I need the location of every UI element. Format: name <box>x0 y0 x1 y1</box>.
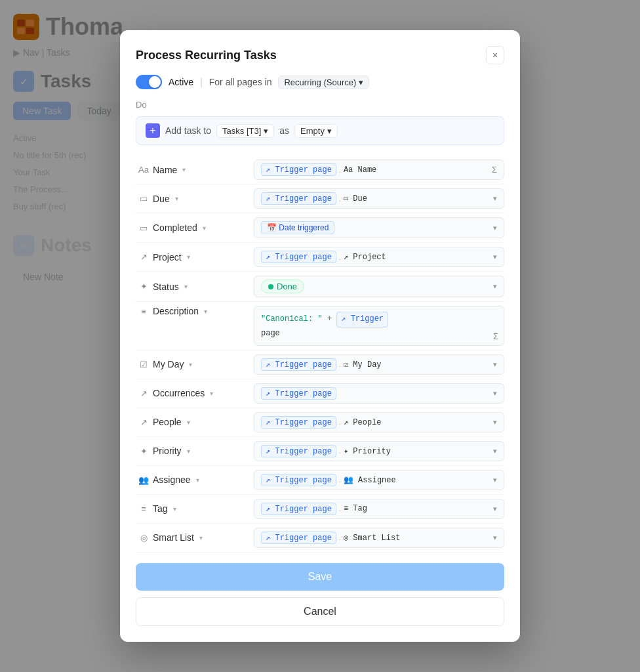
name-chevron-icon: ▾ <box>182 166 186 173</box>
source-selector[interactable]: Recurring (Source) ▾ <box>278 75 369 89</box>
field-label-people: ↗ People ▾ <box>136 417 254 427</box>
dot-sep: . <box>339 166 341 174</box>
tag-dot-sep: . <box>339 505 341 513</box>
tag-field-value[interactable]: ↗ Trigger page . ≡ Tag ▾ <box>254 499 504 519</box>
tag-chevron-icon: ▾ <box>173 505 176 513</box>
project-dot-sep: . <box>339 253 341 261</box>
add-task-row: + Add task to Tasks [T3] ▾ as Empty ▾ <box>136 116 504 145</box>
myday-field-value[interactable]: ↗ Trigger page . ☑ My Day ▾ <box>254 354 504 375</box>
field-label-assignee: 👥 Assignee ▾ <box>136 474 254 485</box>
occurrences-value-content: ↗ Trigger page <box>261 387 489 400</box>
field-label-completed: ▭ Completed ▾ <box>136 222 254 233</box>
assignee-caret-icon: ▾ <box>493 476 497 484</box>
people-field-value[interactable]: ↗ Trigger page . ↗ People ▾ <box>254 412 504 432</box>
close-button[interactable]: × <box>486 46 504 64</box>
assignee-chevron-icon: ▾ <box>196 476 199 484</box>
people-caret-icon: ▾ <box>493 418 497 427</box>
field-row-due: ▭ Due ▾ ↗ Trigger page . ▭ Due ▾ <box>136 184 504 213</box>
description-field-value[interactable]: "Canonical: " + ↗ Trigger page Σ <box>254 306 504 345</box>
field-row-tag: ≡ Tag ▾ ↗ Trigger page . ≡ Tag ▾ <box>136 495 504 524</box>
myday-caret-icon: ▾ <box>493 360 497 369</box>
name-trigger-chip: ↗ Trigger page <box>261 163 336 176</box>
field-row-status: ✦ Status ▾ Done ▾ <box>136 272 504 302</box>
desc-sigma-icon: Σ <box>493 331 498 341</box>
priority-dot-sep: . <box>339 447 341 455</box>
status-caret-icon: ▾ <box>493 282 497 291</box>
field-label-myday: ☑ My Day ▾ <box>136 359 254 369</box>
description-content: "Canonical: " + ↗ Trigger page <box>261 312 497 339</box>
project-field-value[interactable]: ↗ Trigger page . ↗ Project ▾ <box>254 247 504 267</box>
tag-field-label: Tag <box>153 503 168 514</box>
source-label: Recurring (Source) <box>284 77 356 87</box>
due-field-value[interactable]: ↗ Trigger page . ▭ Due ▾ <box>254 188 504 209</box>
as-label: as <box>279 125 289 136</box>
description-chevron-icon: ▾ <box>204 308 207 315</box>
myday-dot-sep: . <box>339 360 341 368</box>
status-value-content: Done <box>261 280 489 293</box>
field-row-description: ≡ Description ▾ "Canonical: " + ↗ Trigge… <box>136 302 504 350</box>
completed-field-value[interactable]: 📅 Date triggered ▾ <box>254 217 504 238</box>
field-label-tag: ≡ Tag ▾ <box>136 503 254 514</box>
empty-selector[interactable]: Empty ▾ <box>294 124 338 138</box>
priority-field-icon: ✦ <box>138 446 149 456</box>
assignee-field-value[interactable]: ↗ Trigger page . 👥 Assignee ▾ <box>254 470 504 490</box>
field-row-name: Aa Name ▾ ↗ Trigger page . Aa Name Σ <box>136 156 504 184</box>
field-label-priority: ✦ Priority ▾ <box>136 446 254 456</box>
field-label-project: ↗ Project ▾ <box>136 252 254 262</box>
project-caret-icon: ▾ <box>493 253 497 261</box>
tag-caret-icon: ▾ <box>493 505 497 513</box>
priority-value-content: ↗ Trigger page . ✦ Priority <box>261 445 489 457</box>
date-triggered-chip: 📅 Date triggered <box>261 221 334 234</box>
db-chevron-icon: ▾ <box>264 126 268 136</box>
occurrences-field-icon: ↗ <box>138 388 149 398</box>
smartlist-value-content: ↗ Trigger page . ◎ Smart List <box>261 532 489 544</box>
occurrences-chevron-icon: ▾ <box>210 390 213 397</box>
smartlist-field-value[interactable]: ↗ Trigger page . ◎ Smart List ▾ <box>254 528 504 548</box>
assignee-field-icon: 👥 <box>138 475 149 485</box>
desc-page-text: page <box>261 329 280 338</box>
status-field-value[interactable]: Done ▾ <box>254 276 504 297</box>
active-label: Active <box>169 77 193 87</box>
due-field-icon: ▭ <box>138 194 149 203</box>
field-row-myday: ☑ My Day ▾ ↗ Trigger page . ☑ My Day ▾ <box>136 350 504 379</box>
for-all-label: For all pages in <box>209 77 272 87</box>
smartlist-field-icon: ◎ <box>138 533 149 543</box>
people-field-icon: ↗ <box>138 417 149 427</box>
completed-value-content: 📅 Date triggered <box>261 221 489 234</box>
modal-subtitle: Active | For all pages in Recurring (Sou… <box>136 75 504 89</box>
field-row-occurrences: ↗ Occurrences ▾ ↗ Trigger page ▾ <box>136 379 504 408</box>
empty-chevron-icon: ▾ <box>327 126 332 136</box>
due-trigger-chip: ↗ Trigger page <box>261 192 336 205</box>
field-row-assignee: 👥 Assignee ▾ ↗ Trigger page . 👥 Assignee… <box>136 466 504 495</box>
completed-caret-icon: ▾ <box>493 224 497 232</box>
occurrences-trigger-chip: ↗ Trigger page <box>261 387 336 400</box>
priority-chevron-icon: ▾ <box>187 448 190 455</box>
priority-field-value[interactable]: ↗ Trigger page . ✦ Priority ▾ <box>254 441 504 461</box>
active-toggle[interactable] <box>136 75 162 89</box>
smartlist-chevron-icon: ▾ <box>199 534 203 541</box>
occurrences-field-value[interactable]: ↗ Trigger page ▾ <box>254 383 504 404</box>
do-label: Do <box>136 100 504 110</box>
plus-operator: + <box>327 314 336 324</box>
people-field-label: People <box>153 417 182 427</box>
save-button[interactable]: Save <box>136 563 504 591</box>
field-label-due: ▭ Due ▾ <box>136 194 254 204</box>
modal-overlay: Process Recurring Tasks × Active | For a… <box>0 0 640 672</box>
project-inner: ↗ Project <box>344 252 386 262</box>
fields-container: Aa Name ▾ ↗ Trigger page . Aa Name Σ ▭ <box>136 156 504 552</box>
name-field-icon: Aa <box>138 165 149 175</box>
field-label-status: ✦ Status ▾ <box>136 282 254 292</box>
due-inner: ▭ Due <box>344 194 367 203</box>
field-row-completed: ▭ Completed ▾ 📅 Date triggered ▾ <box>136 213 504 243</box>
db-selector[interactable]: Tasks [T3] ▾ <box>216 124 274 138</box>
smartlist-inner: ◎ Smart List <box>344 533 400 543</box>
assignee-field-label: Assignee <box>153 474 191 485</box>
cancel-button[interactable]: Cancel <box>136 597 504 626</box>
field-row-project: ↗ Project ▾ ↗ Trigger page . ↗ Project ▾ <box>136 243 504 272</box>
due-caret-icon: ▾ <box>493 194 497 203</box>
db-label: Tasks [T3] <box>222 126 261 136</box>
empty-label: Empty <box>300 126 325 136</box>
name-field-value[interactable]: ↗ Trigger page . Aa Name Σ <box>254 159 504 180</box>
myday-trigger-chip: ↗ Trigger page <box>261 358 336 371</box>
people-dot-sep: . <box>339 418 341 426</box>
